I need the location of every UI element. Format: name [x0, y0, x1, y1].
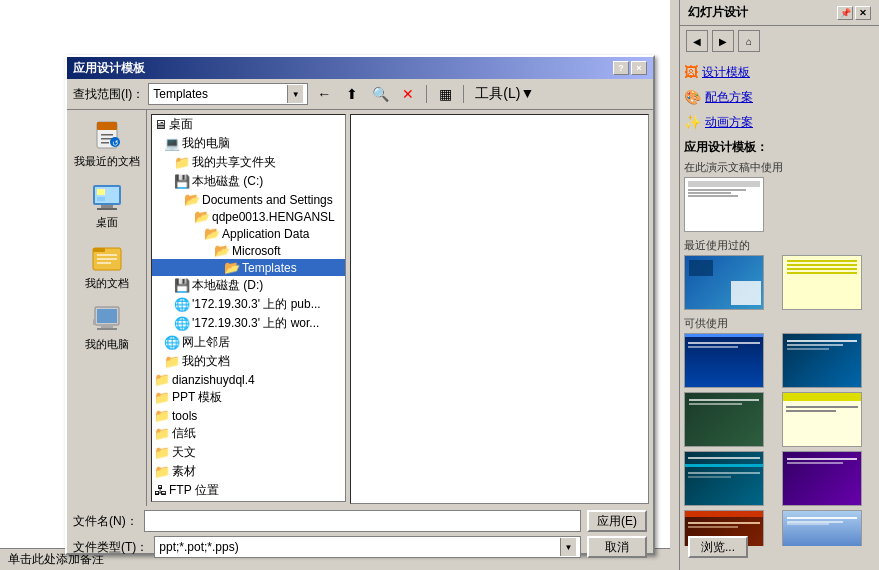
shortcut-my-pc[interactable]: 我的电脑	[71, 301, 142, 354]
my-pc-icon	[91, 303, 123, 335]
tree-item-ftp[interactable]: 🖧 FTP 位置	[152, 481, 345, 500]
template-avail-2[interactable]	[782, 333, 862, 388]
svg-rect-9	[101, 205, 113, 208]
look-in-value: Templates	[153, 87, 208, 101]
animation-link[interactable]: 动画方案	[705, 114, 753, 131]
tree-item-tools[interactable]: 📁 tools	[152, 407, 345, 424]
dialog-content: ↺ 我最近的文档 桌面	[67, 110, 653, 506]
browse-button[interactable]: 浏览...	[688, 536, 748, 546]
tree-label-mydocs: 我的文档	[182, 353, 230, 370]
up-button[interactable]: ⬆	[340, 83, 364, 105]
dialog-titlebar: 应用设计模板 ? ×	[67, 57, 653, 79]
slide-design-panel: 幻灯片设计 📌 ✕ ◀ ▶ ⌂ 🖼 设计模板 🎨 配色方案 ✨ 动画方案 应用	[679, 0, 879, 570]
dialog-toolbar: 查找范围(I)： Templates ▼ ← ⬆ 🔍 ✕ ▦ 工具(L)▼	[67, 79, 653, 110]
tree-item-wor[interactable]: 🌐 '172.19.30.3' 上的 wor...	[152, 314, 345, 333]
filetype-arrow[interactable]: ▼	[560, 538, 576, 556]
tree-item-dianzi[interactable]: 📁 dianzishuydql.4	[152, 371, 345, 388]
back-button[interactable]: ←	[312, 83, 336, 105]
sidebar-back-button[interactable]: ◀	[686, 30, 708, 52]
filename-input[interactable]	[144, 510, 581, 532]
sidebar-title: 幻灯片设计	[688, 4, 748, 21]
look-in-arrow[interactable]: ▼	[287, 85, 303, 103]
svg-rect-15	[97, 254, 117, 256]
tree-label-appdata: Application Data	[222, 227, 309, 241]
sidebar-home-button[interactable]: ⌂	[738, 30, 760, 52]
tree-item-tianwen[interactable]: 📁 天文	[152, 443, 345, 462]
design-template-link[interactable]: 设计模板	[702, 64, 750, 81]
template-avail-8[interactable]	[782, 510, 862, 546]
template-recent-2[interactable]	[782, 255, 862, 310]
tree-item-pub[interactable]: 🌐 '172.19.30.3' 上的 pub...	[152, 295, 345, 314]
filetype-label: 文件类型(T)：	[73, 539, 148, 556]
delete-button[interactable]: ✕	[396, 83, 420, 105]
template-avail-5[interactable]	[684, 451, 764, 506]
sidebar-close-button[interactable]: ✕	[855, 6, 871, 20]
tree-item-xinzhi[interactable]: 📁 信纸	[152, 424, 345, 443]
template-avail-1[interactable]	[684, 333, 764, 388]
tree-item-templates[interactable]: 📂 Templates	[152, 259, 345, 276]
tree-item-ftp-add[interactable]: 🖧 添加/更改 FTP 位置	[152, 500, 345, 502]
tree-label-microsoft: Microsoft	[232, 244, 281, 258]
sidebar-pin-button[interactable]: 📌	[837, 6, 853, 20]
templates-icon: 📂	[224, 260, 240, 275]
file-tree[interactable]: 🖥 桌面 💻 我的电脑 📁 我的共享文件夹 💾 本地磁盘 (C:) 📂	[151, 114, 346, 502]
template-current-1[interactable]	[684, 177, 764, 232]
ddrive-tree-icon: 💾	[174, 278, 190, 293]
tree-item-ddrive[interactable]: 💾 本地磁盘 (D:)	[152, 276, 345, 295]
tree-item-appdata[interactable]: 📂 Application Data	[152, 225, 345, 242]
tree-item-docs-settings[interactable]: 📂 Documents and Settings	[152, 191, 345, 208]
sidebar-forward-button[interactable]: ▶	[712, 30, 734, 52]
tree-item-cdrive[interactable]: 💾 本地磁盘 (C:)	[152, 172, 345, 191]
recent-docs-label: 我最近的文档	[74, 154, 140, 169]
tree-item-desktop[interactable]: 🖥 桌面	[152, 115, 345, 134]
tree-label-tianwen: 天文	[172, 444, 196, 461]
sidebar-titlebar: 幻灯片设计 📌 ✕	[680, 0, 879, 26]
template-avail-6[interactable]	[782, 451, 862, 506]
tree-item-qdpe[interactable]: 📂 qdpe0013.HENGANSL	[152, 208, 345, 225]
color-scheme-link[interactable]: 配色方案	[705, 89, 753, 106]
tree-label-cdrive: 本地磁盘 (C:)	[192, 173, 263, 190]
shortcut-my-docs[interactable]: 我的文档	[71, 240, 142, 293]
look-in-combo[interactable]: Templates ▼	[148, 83, 308, 105]
view-button[interactable]: ▦	[433, 83, 457, 105]
shortcut-desktop[interactable]: 桌面	[71, 179, 142, 232]
tools-button[interactable]: 工具(L)▼	[470, 83, 539, 105]
filename-row: 文件名(N)： 应用(E)	[73, 510, 647, 532]
sidebar-content: 🖼 设计模板 🎨 配色方案 ✨ 动画方案 应用设计模板： 在此演示文稿中使用	[680, 56, 879, 546]
svg-rect-16	[97, 258, 117, 260]
close-button[interactable]: ×	[631, 61, 647, 75]
tree-label-shared: 我的共享文件夹	[192, 154, 276, 171]
cancel-button[interactable]: 取消	[587, 536, 647, 558]
titlebar-buttons: ? ×	[613, 61, 647, 75]
tree-item-microsoft[interactable]: 📂 Microsoft	[152, 242, 345, 259]
my-docs-label: 我的文档	[85, 276, 129, 291]
search-button[interactable]: 🔍	[368, 83, 392, 105]
tree-item-mypc[interactable]: 💻 我的电脑	[152, 134, 345, 153]
apply-button[interactable]: 应用(E)	[587, 510, 647, 532]
animation-icon: ✨	[684, 114, 701, 130]
tree-label-ddrive: 本地磁盘 (D:)	[192, 277, 263, 294]
filetype-combo[interactable]: ppt;*.pot;*.pps) ▼	[154, 536, 581, 558]
template-recent-1[interactable]	[684, 255, 764, 310]
docs-settings-icon: 📂	[184, 192, 200, 207]
tree-item-sucai[interactable]: 📁 素材	[152, 462, 345, 481]
tree-item-network[interactable]: 🌐 网上邻居	[152, 333, 345, 352]
dialog-bottom: 文件名(N)： 应用(E) 文件类型(T)： ppt;*.pot;*.pps) …	[67, 506, 653, 562]
recent-templates-grid	[684, 255, 875, 310]
tianwen-icon: 📁	[154, 445, 170, 460]
filename-label: 文件名(N)：	[73, 513, 138, 530]
template-avail-4[interactable]	[782, 392, 862, 447]
tree-label-desktop: 桌面	[169, 116, 193, 133]
tree-label-ftp: FTP 位置	[169, 482, 219, 499]
template-avail-3[interactable]	[684, 392, 764, 447]
tree-label-xinzhi: 信纸	[172, 425, 196, 442]
tree-item-shared[interactable]: 📁 我的共享文件夹	[152, 153, 345, 172]
tree-item-ppt[interactable]: 📁 PPT 模板	[152, 388, 345, 407]
help-button[interactable]: ?	[613, 61, 629, 75]
microsoft-icon: 📂	[214, 243, 230, 258]
svg-rect-22	[93, 319, 96, 325]
tree-label-sucai: 素材	[172, 463, 196, 480]
tree-item-mydocs[interactable]: 📁 我的文档	[152, 352, 345, 371]
shortcuts-panel: ↺ 我最近的文档 桌面	[67, 110, 147, 506]
shortcut-recent-docs[interactable]: ↺ 我最近的文档	[71, 118, 142, 171]
